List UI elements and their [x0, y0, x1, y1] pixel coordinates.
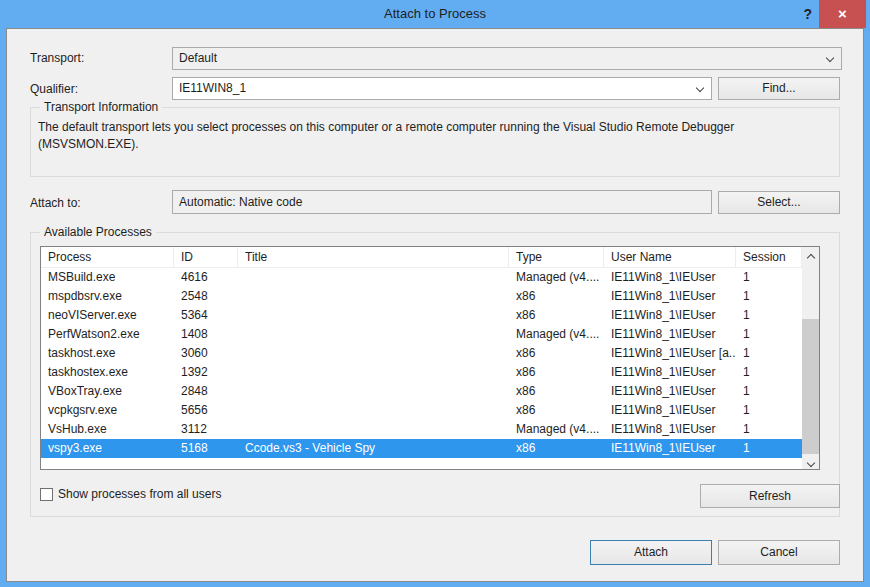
process-row[interactable]: VBoxTray.exe 2848 x86 IE11Win8_1\IEUser …	[41, 382, 802, 401]
process-row[interactable]: taskhost.exe 3060 x86 IE11Win8_1\IEUser …	[41, 344, 802, 363]
vertical-scrollbar[interactable]	[802, 247, 819, 469]
cell-type: x86	[509, 344, 604, 363]
column-header-username[interactable]: User Name	[604, 247, 736, 267]
help-icon[interactable]: ?	[803, 0, 812, 28]
cell-title	[238, 306, 509, 325]
refresh-button[interactable]: Refresh	[700, 484, 840, 508]
cell-process: neoVIServer.exe	[41, 306, 174, 325]
cell-id: 4616	[174, 268, 238, 287]
transport-info-legend: Transport Information	[40, 100, 162, 114]
cancel-button[interactable]: Cancel	[718, 540, 840, 565]
cell-type: Managed (v4....	[509, 325, 604, 344]
process-row[interactable]: mspdbsrv.exe 2548 x86 IE11Win8_1\IEUser …	[41, 287, 802, 306]
scrollbar-thumb[interactable]	[802, 319, 819, 454]
column-header-title[interactable]: Title	[238, 247, 509, 267]
cell-type: x86	[509, 306, 604, 325]
cell-username: IE11Win8_1\IEUser [a...	[604, 344, 736, 363]
cell-process: taskhost.exe	[41, 344, 174, 363]
cell-process: vcpkgsrv.exe	[41, 401, 174, 420]
cell-session: 1	[736, 287, 802, 306]
process-row[interactable]: vspy3.exe 5168 Ccode.vs3 - Vehicle Spy x…	[41, 439, 802, 458]
process-list: Process ID Title Type User Name Session …	[40, 246, 820, 470]
close-button[interactable]: ×	[819, 0, 866, 28]
transport-value: Default	[179, 51, 217, 65]
select-button[interactable]: Select...	[718, 191, 840, 214]
cell-type: x86	[509, 287, 604, 306]
chevron-down-icon	[696, 84, 704, 92]
cell-id: 3060	[174, 344, 238, 363]
cell-username: IE11Win8_1\IEUser	[604, 439, 736, 458]
cell-username: IE11Win8_1\IEUser	[604, 268, 736, 287]
cell-session: 1	[736, 325, 802, 344]
cell-session: 1	[736, 306, 802, 325]
qualifier-combobox[interactable]: IE11WIN8_1	[172, 77, 712, 100]
dialog-title: Attach to Process	[0, 0, 870, 28]
transport-label: Transport:	[30, 51, 84, 65]
find-button[interactable]: Find...	[718, 77, 840, 100]
cell-process: MSBuild.exe	[41, 268, 174, 287]
process-row[interactable]: vcpkgsrv.exe 5656 x86 IE11Win8_1\IEUser …	[41, 401, 802, 420]
show-all-users-row: Show processes from all users	[40, 487, 221, 501]
attach-to-field[interactable]: Automatic: Native code	[172, 190, 712, 214]
cell-title	[238, 420, 509, 439]
cell-title	[238, 268, 509, 287]
process-row[interactable]: neoVIServer.exe 5364 x86 IE11Win8_1\IEUs…	[41, 306, 802, 325]
scroll-up-icon[interactable]	[802, 247, 819, 264]
column-header-process[interactable]: Process	[41, 247, 174, 267]
cell-title: Ccode.vs3 - Vehicle Spy	[238, 439, 509, 458]
cell-type: x86	[509, 401, 604, 420]
cell-session: 1	[736, 439, 802, 458]
cell-id: 1408	[174, 325, 238, 344]
process-row[interactable]: VsHub.exe 3112 Managed (v4.... IE11Win8_…	[41, 420, 802, 439]
cell-id: 2848	[174, 382, 238, 401]
transport-select[interactable]: Default	[172, 47, 842, 70]
attach-button[interactable]: Attach	[590, 540, 712, 565]
cell-process: mspdbsrv.exe	[41, 287, 174, 306]
cell-id: 2548	[174, 287, 238, 306]
cell-session: 1	[736, 344, 802, 363]
cell-session: 1	[736, 401, 802, 420]
cell-process: VsHub.exe	[41, 420, 174, 439]
cell-process: VBoxTray.exe	[41, 382, 174, 401]
cell-title	[238, 344, 509, 363]
scroll-down-icon[interactable]	[802, 452, 819, 469]
titlebar[interactable]: Attach to Process ? ×	[0, 0, 870, 28]
qualifier-label: Qualifier:	[30, 82, 78, 96]
cell-type: x86	[509, 363, 604, 382]
cell-username: IE11Win8_1\IEUser	[604, 401, 736, 420]
cell-type: x86	[509, 439, 604, 458]
cell-type: x86	[509, 382, 604, 401]
show-all-users-checkbox[interactable]	[40, 488, 53, 501]
process-list-header: Process ID Title Type User Name Session	[41, 247, 802, 268]
cell-id: 5168	[174, 439, 238, 458]
close-icon: ×	[838, 5, 847, 22]
cell-id: 5656	[174, 401, 238, 420]
cell-session: 1	[736, 268, 802, 287]
process-row[interactable]: PerfWatson2.exe 1408 Managed (v4.... IE1…	[41, 325, 802, 344]
attach-to-process-dialog: { "window": { "title": "Attach to Proces…	[0, 0, 870, 587]
process-row[interactable]: taskhostex.exe 1392 x86 IE11Win8_1\IEUse…	[41, 363, 802, 382]
cell-username: IE11Win8_1\IEUser	[604, 306, 736, 325]
cell-username: IE11Win8_1\IEUser	[604, 363, 736, 382]
attach-to-value: Automatic: Native code	[179, 195, 302, 209]
cell-username: IE11Win8_1\IEUser	[604, 325, 736, 344]
column-header-session[interactable]: Session	[736, 247, 802, 267]
process-row[interactable]: MSBuild.exe 4616 Managed (v4.... IE11Win…	[41, 268, 802, 287]
column-header-type[interactable]: Type	[509, 247, 604, 267]
column-header-id[interactable]: ID	[174, 247, 238, 267]
cell-title	[238, 401, 509, 420]
cell-type: Managed (v4....	[509, 268, 604, 287]
qualifier-value: IE11WIN8_1	[179, 81, 246, 95]
chevron-down-icon	[826, 54, 834, 62]
transport-info-text: The default transport lets you select pr…	[38, 119, 808, 153]
cell-session: 1	[736, 382, 802, 401]
cell-id: 1392	[174, 363, 238, 382]
cell-session: 1	[736, 363, 802, 382]
cell-title	[238, 363, 509, 382]
cell-process: vspy3.exe	[41, 439, 174, 458]
cell-username: IE11Win8_1\IEUser	[604, 382, 736, 401]
cell-title	[238, 325, 509, 344]
cell-title	[238, 287, 509, 306]
cell-type: Managed (v4....	[509, 420, 604, 439]
cell-session: 1	[736, 420, 802, 439]
